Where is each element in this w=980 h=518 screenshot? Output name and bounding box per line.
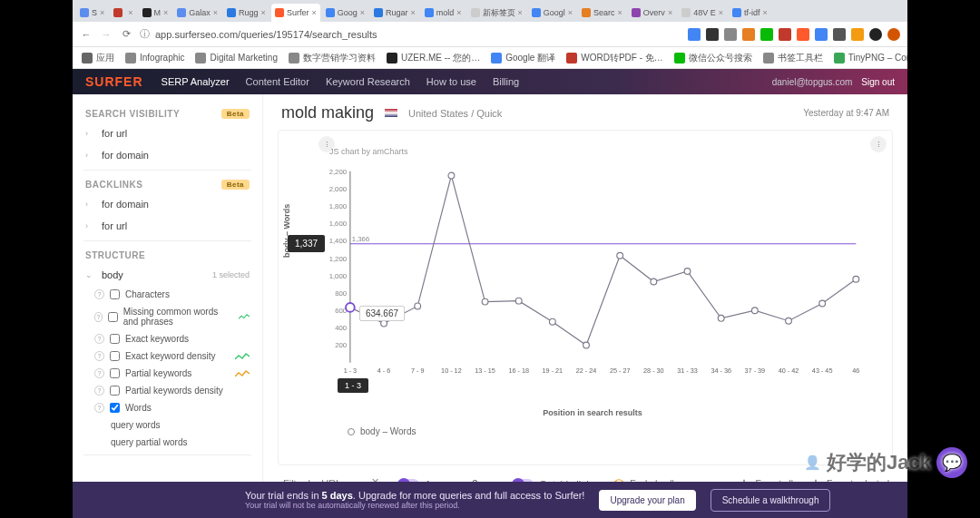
ext-icon[interactable]	[851, 28, 864, 41]
bookmark-item[interactable]: Digital Marketing	[195, 53, 277, 64]
sidebar-sub-item[interactable]: query words	[73, 416, 262, 434]
bookmark-item[interactable]: 应用	[82, 52, 114, 64]
ext-icon[interactable]	[706, 28, 719, 41]
help-icon[interactable]: ?	[94, 386, 104, 396]
close-tab-icon[interactable]: ×	[128, 8, 132, 17]
help-icon[interactable]: ?	[94, 289, 104, 299]
browser-tab[interactable]: tf-idf×	[729, 4, 771, 22]
browser-tab[interactable]: Surfer×	[271, 4, 320, 22]
bookmark-item[interactable]: Google 翻译	[491, 52, 555, 64]
sidebar-item[interactable]: ›for domain	[73, 144, 262, 166]
close-tab-icon[interactable]: ×	[410, 8, 415, 17]
browser-tab[interactable]: Rugar×	[370, 4, 419, 22]
bookmark-item[interactable]: 微信公众号搜索	[674, 52, 752, 64]
structure-checkbox[interactable]	[110, 351, 120, 361]
upgrade-plan-button[interactable]: Upgrade your plan	[599, 490, 695, 511]
url-box[interactable]: ⓘ app.surferseo.com/queries/195174/searc…	[140, 27, 681, 41]
reload-icon[interactable]: ⟳	[120, 28, 132, 41]
browser-tab[interactable]: S×	[76, 4, 108, 22]
browser-tab[interactable]: 48V E×	[678, 4, 727, 22]
help-icon[interactable]: ?	[94, 351, 104, 361]
ext-icon[interactable]	[869, 28, 882, 41]
structure-item[interactable]: ?Missing common words and phrases	[73, 303, 262, 330]
site-info-icon[interactable]: ⓘ	[140, 27, 150, 41]
nav-item[interactable]: Keyword Research	[326, 76, 410, 87]
browser-tab[interactable]: Googl×	[528, 4, 576, 22]
close-tab-icon[interactable]: ×	[213, 8, 218, 17]
structure-checkbox[interactable]	[110, 289, 120, 299]
browser-tab[interactable]: Overv×	[628, 4, 676, 22]
svg-text:13 - 15: 13 - 15	[475, 367, 495, 375]
nav-item[interactable]: Content Editor	[246, 76, 309, 87]
browser-tab[interactable]: 新标签页×	[467, 4, 526, 22]
structure-checkbox[interactable]	[110, 334, 120, 344]
structure-item[interactable]: ?Partial keywords density	[73, 382, 262, 399]
browser-tab[interactable]: Goog×	[322, 4, 368, 22]
nav-item[interactable]: Billing	[493, 76, 519, 87]
close-tab-icon[interactable]: ×	[762, 8, 767, 17]
ext-icon[interactable]	[724, 28, 737, 41]
help-icon[interactable]: ?	[94, 334, 104, 344]
close-tab-icon[interactable]: ×	[518, 8, 523, 17]
structure-item[interactable]: ?Characters	[73, 286, 262, 303]
sidebar-item[interactable]: ›for url	[73, 122, 262, 144]
structure-checkbox[interactable]	[110, 386, 120, 396]
ext-icon[interactable]	[779, 28, 791, 41]
help-icon[interactable]: ?	[94, 312, 103, 322]
ext-icon[interactable]	[688, 28, 701, 41]
help-icon[interactable]: ?	[94, 403, 104, 413]
signout-link[interactable]: Sign out	[861, 77, 895, 87]
ext-icon[interactable]	[815, 28, 828, 41]
schedule-walkthrough-button[interactable]: Schedule a walkthrough	[710, 489, 831, 512]
bookmark-item[interactable]: Infographic	[125, 53, 184, 64]
structure-item[interactable]: ?Exact keywords	[73, 330, 262, 347]
structure-checkbox[interactable]	[110, 403, 120, 413]
ext-icon[interactable]	[833, 28, 846, 41]
browser-tab[interactable]: M×	[139, 4, 172, 22]
bookmark-item[interactable]: 书签工具栏	[763, 52, 823, 64]
structure-item[interactable]: ?Partial keywords	[73, 365, 262, 382]
ext-icon[interactable]	[760, 28, 773, 41]
browser-tab[interactable]: ×	[110, 4, 136, 22]
logo[interactable]: SURFER	[85, 74, 143, 89]
bookmark-item[interactable]: WORD转PDF - 免…	[566, 52, 663, 64]
ext-icon[interactable]	[797, 28, 809, 41]
chart-handle-right[interactable]: ⫶	[870, 136, 887, 152]
browser-tab[interactable]: mold×	[421, 4, 466, 22]
close-tab-icon[interactable]: ×	[360, 8, 365, 17]
browser-tab[interactable]: Searc×	[578, 4, 626, 22]
browser-tab[interactable]: Galax×	[173, 4, 221, 22]
close-tab-icon[interactable]: ×	[568, 8, 573, 17]
user-email[interactable]: daniel@topgus.com	[772, 77, 853, 87]
browser-tab[interactable]: Rugg×	[223, 4, 270, 22]
help-icon[interactable]: ?	[94, 368, 104, 378]
structure-item[interactable]: ?Words	[73, 399, 262, 416]
structure-item[interactable]: ?Exact keyword density	[73, 347, 262, 365]
close-tab-icon[interactable]: ×	[719, 8, 723, 17]
svg-point-24	[684, 269, 691, 275]
forward-icon[interactable]: →	[100, 28, 113, 41]
close-tab-icon[interactable]: ×	[261, 8, 266, 17]
nav-item[interactable]: SERP Analyzer	[162, 76, 230, 87]
structure-checkbox[interactable]	[110, 368, 120, 378]
sidebar-item-expanded[interactable]: ⌄body1 selected	[73, 264, 262, 286]
close-tab-icon[interactable]: ×	[163, 8, 168, 17]
nav-item[interactable]: How to use	[426, 76, 476, 87]
sidebar-sub-item[interactable]: query partial words	[73, 434, 262, 451]
sidebar-item[interactable]: ›for url	[73, 215, 262, 237]
bookmark-item[interactable]: 数字营销学习资料	[289, 52, 376, 64]
ext-icon[interactable]	[742, 28, 755, 41]
close-tab-icon[interactable]: ×	[311, 8, 316, 17]
back-icon[interactable]: ←	[80, 28, 93, 41]
close-tab-icon[interactable]: ×	[100, 8, 104, 17]
structure-checkbox[interactable]	[108, 312, 118, 322]
bookmark-item[interactable]: UZER.ME -- 您的…	[387, 52, 480, 64]
close-tab-icon[interactable]: ×	[668, 8, 672, 17]
close-tab-icon[interactable]: ×	[456, 8, 461, 17]
sidebar-item[interactable]: ›for domain	[73, 193, 262, 215]
chart-svg[interactable]: 2004006008001,0001,2001,4001,6001,8002,0…	[320, 147, 865, 401]
avatar-icon[interactable]	[887, 28, 900, 41]
bookmark-icon	[674, 53, 685, 64]
close-tab-icon[interactable]: ×	[618, 8, 622, 17]
filter-url-input[interactable]	[281, 474, 381, 482]
